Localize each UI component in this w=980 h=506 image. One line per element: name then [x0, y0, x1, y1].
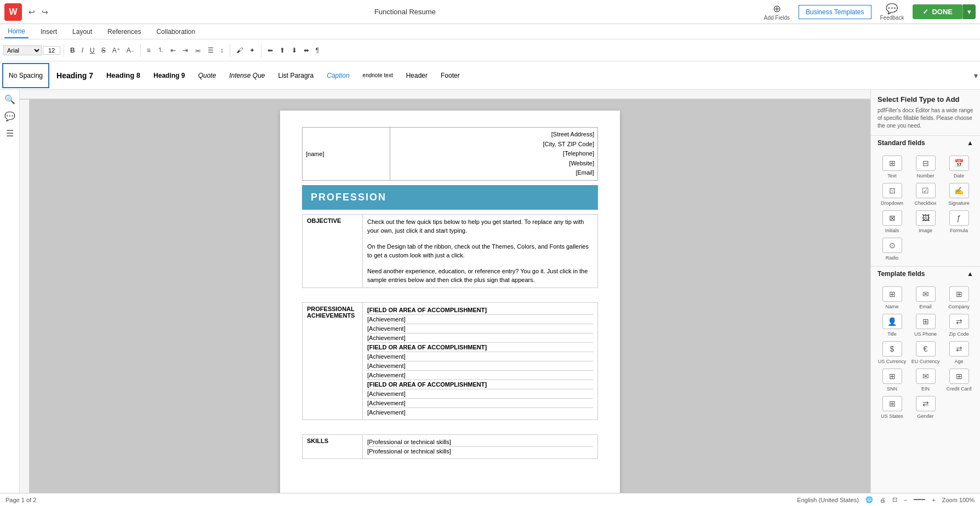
numbering-button[interactable]: ⒈ [155, 44, 167, 56]
field-age[interactable]: ⇄ Age [944, 341, 973, 364]
business-templates-button[interactable]: Business Templates [799, 5, 871, 19]
field-gender[interactable]: ⇄ Gender [911, 396, 940, 419]
field-company[interactable]: ⊞ Company [944, 286, 973, 309]
nav-insert[interactable]: Insert [37, 26, 60, 38]
done-dropdown-button[interactable]: ▾ [962, 4, 976, 19]
bullets-button[interactable]: ≡ [144, 45, 153, 55]
style-caption[interactable]: Caption [321, 63, 355, 88]
show-format-button[interactable]: ¶ [313, 45, 322, 55]
document-page: [name] [Street Address] [City, ST ZIP Co… [280, 111, 620, 493]
italic-button[interactable]: I [79, 45, 86, 55]
bold-button[interactable]: B [67, 45, 78, 55]
align-left2-button[interactable]: ⬅ [265, 45, 276, 55]
zoom-slider[interactable]: ━━━ [914, 496, 925, 503]
format-paint-button[interactable]: 🖌 [233, 45, 246, 55]
field-text[interactable]: ⊞ Text [878, 156, 907, 179]
field-us-states[interactable]: ⊞ US States [878, 396, 907, 419]
field-title[interactable]: 👤 Title [878, 314, 907, 337]
underline-button[interactable]: U [87, 45, 98, 55]
field-credit-card-label: Credit Card [946, 386, 971, 392]
style-heading7[interactable]: Heading 7 [50, 63, 99, 88]
style-no-spacing[interactable]: No Spacing [2, 63, 49, 88]
field-email[interactable]: ✉ Email [911, 286, 940, 309]
field-number[interactable]: ⊟ Number [911, 156, 940, 179]
field-dropdown-icon: ⊡ [882, 183, 902, 198]
redo-button[interactable]: ↪ [39, 7, 50, 18]
web-icon: 🌐 [865, 496, 873, 503]
field-name[interactable]: ⊞ Name [878, 286, 907, 309]
style-bar-expand[interactable]: ▾ [974, 71, 978, 80]
field-initials[interactable]: ⊠ Initials [878, 210, 907, 233]
field-date[interactable]: 📅 Date [944, 156, 973, 179]
clear-format-button[interactable]: ✦ [247, 45, 258, 55]
style-endnote[interactable]: endnote text [357, 63, 399, 88]
vertical-ruler [20, 100, 30, 493]
doc-with-ruler: [name] [Street Address] [City, ST ZIP Co… [20, 100, 870, 493]
field-ein[interactable]: ✉ EIN [911, 369, 940, 392]
style-bar: No Spacing Heading 7 Heading 8 Heading 9… [0, 61, 980, 90]
justify-button[interactable]: ⬌ [301, 45, 312, 55]
field-radio[interactable]: ⊙ Radio [878, 238, 907, 261]
strikethrough-button[interactable]: S [99, 45, 109, 55]
field-us-currency-label: US Currency [878, 359, 907, 364]
field-signature[interactable]: ✍ Signature [944, 183, 973, 206]
field-eu-currency[interactable]: € EU Currency [911, 341, 940, 364]
standard-fields-section[interactable]: Standard fields ▲ [871, 135, 980, 150]
field-zip-code-label: Zip Code [949, 331, 969, 337]
superscript-button[interactable]: A⁺ [110, 45, 123, 55]
skill-1: [Professional or technical skills] [367, 438, 593, 447]
font-family-select[interactable]: Arial [3, 45, 42, 55]
style-intense-quote[interactable]: Intense Que [223, 63, 271, 88]
nav-layout[interactable]: Layout [69, 26, 95, 38]
field-age-icon: ⇄ [949, 341, 969, 357]
search-icon[interactable]: 🔍 [4, 94, 15, 105]
align-center2-button[interactable]: ⬆ [277, 45, 288, 55]
field-image[interactable]: 🖼 Image [911, 210, 940, 233]
font-size-input[interactable] [43, 46, 60, 55]
zoom-fit-icon[interactable]: ⊡ [892, 496, 897, 503]
style-list-paragraph[interactable]: List Paragra [272, 63, 320, 88]
nav-collaboration[interactable]: Collaboration [153, 26, 198, 38]
field-us-currency[interactable]: $ US Currency [878, 341, 907, 364]
page-info: Page 1 of 2 [5, 497, 36, 503]
nav-home[interactable]: Home [4, 25, 29, 38]
document-area: [name] [Street Address] [City, ST ZIP Co… [30, 100, 870, 493]
zoom-in-icon[interactable]: + [932, 497, 935, 503]
nav-references[interactable]: References [104, 26, 144, 38]
line-spacing-button[interactable]: ↕ [218, 45, 226, 55]
field-snn[interactable]: ⊞ SNN [878, 369, 907, 392]
field-dropdown[interactable]: ⊡ Dropdown [878, 183, 907, 206]
undo-button[interactable]: ↩ [26, 7, 37, 18]
align-center-button[interactable]: ☰ [205, 45, 216, 55]
field-us-phone[interactable]: ⊞ US Phone [911, 314, 940, 337]
style-heading9[interactable]: Heading 9 [147, 63, 191, 88]
field-zip-code[interactable]: ⇄ Zip Code [944, 314, 973, 337]
done-button[interactable]: ✓ DONE [913, 4, 962, 19]
align-left-button[interactable]: ⫘ [192, 45, 204, 55]
template-fields-section[interactable]: Template fields ▲ [871, 266, 980, 281]
objective-text-3: Need another experience, education, or r… [367, 267, 593, 285]
outdent-button[interactable]: ⇤ [168, 45, 179, 55]
style-heading8[interactable]: Heading 8 [100, 63, 146, 88]
field-formula[interactable]: ƒ Formula [944, 210, 973, 233]
standard-fields-label: Standard fields [878, 139, 925, 147]
field-ein-label: EIN [921, 386, 930, 392]
language-indicator[interactable]: English (United States) [797, 497, 859, 503]
style-header[interactable]: Header [400, 63, 434, 88]
comments-icon[interactable]: 💬 [4, 111, 15, 122]
city-state-zip: [City, ST ZIP Code] [394, 140, 594, 150]
field-text-label: Text [887, 173, 897, 179]
style-footer[interactable]: Footer [435, 63, 466, 88]
subscript-button[interactable]: A₋ [124, 45, 137, 55]
field-credit-card[interactable]: ⊞ Credit Card [944, 369, 973, 392]
align-right-button[interactable]: ⬇ [289, 45, 300, 55]
add-fields-button[interactable]: ⊕ Add Fields [760, 2, 794, 22]
field-gender-label: Gender [917, 413, 933, 419]
indent-button[interactable]: ⇥ [180, 45, 191, 55]
document-title: Functional Resume [55, 8, 755, 16]
menu-icon[interactable]: ☰ [6, 128, 14, 139]
zoom-out-icon[interactable]: − [904, 497, 907, 503]
style-quote[interactable]: Quote [192, 63, 222, 88]
field-checkbox[interactable]: ☑ Checkbox [911, 183, 940, 206]
feedback-button[interactable]: 💬 Feedback [876, 2, 909, 22]
